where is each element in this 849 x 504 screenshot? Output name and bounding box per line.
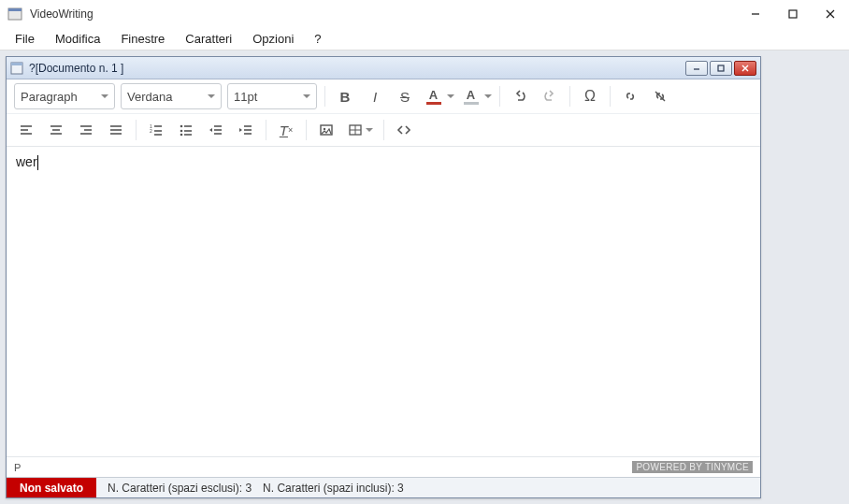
separator bbox=[306, 120, 307, 140]
bg-color-button[interactable]: A bbox=[460, 84, 492, 108]
window-maximize-button[interactable] bbox=[774, 2, 812, 26]
app-icon bbox=[7, 7, 22, 22]
chevron-down-icon bbox=[303, 94, 310, 98]
align-justify-button[interactable] bbox=[104, 118, 128, 142]
menu-file[interactable]: File bbox=[6, 30, 44, 48]
editor-area[interactable]: wer bbox=[7, 147, 760, 456]
mdi-maximize-button[interactable] bbox=[710, 61, 732, 76]
block-format-select[interactable]: Paragraph bbox=[14, 83, 115, 109]
align-right-button[interactable] bbox=[74, 118, 98, 142]
special-char-button[interactable]: Ω bbox=[578, 84, 602, 108]
menu-help[interactable]: ? bbox=[305, 30, 330, 48]
separator bbox=[136, 120, 137, 140]
indent-button[interactable] bbox=[234, 118, 258, 142]
separator bbox=[610, 86, 611, 107]
svg-rect-1 bbox=[8, 8, 22, 11]
align-center-button[interactable] bbox=[44, 118, 68, 142]
menu-caratteri[interactable]: Caratteri bbox=[176, 30, 241, 48]
mdi-close-button[interactable] bbox=[734, 61, 756, 76]
font-size-select[interactable]: 11pt bbox=[227, 83, 317, 109]
font-family-select[interactable]: Verdana bbox=[121, 83, 222, 109]
separator bbox=[499, 86, 500, 107]
italic-button[interactable]: I bbox=[363, 84, 387, 108]
menu-modifica[interactable]: Modifica bbox=[46, 30, 109, 48]
font-size-label: 11pt bbox=[234, 90, 257, 104]
undo-button[interactable] bbox=[508, 84, 532, 108]
char-count-incl: N. Caratteri (spazi inclusi): 3 bbox=[263, 482, 404, 495]
redo-button[interactable] bbox=[538, 84, 562, 108]
chevron-down-icon bbox=[484, 94, 492, 98]
unlink-button[interactable] bbox=[648, 84, 672, 108]
window-minimize-button[interactable] bbox=[737, 2, 774, 26]
bg-color-swatch bbox=[464, 102, 479, 105]
menu-finestre[interactable]: Finestre bbox=[111, 30, 174, 48]
separator bbox=[324, 86, 325, 107]
svg-point-32 bbox=[180, 134, 183, 137]
source-code-button[interactable] bbox=[392, 118, 416, 142]
svg-text:2: 2 bbox=[150, 128, 152, 134]
text-color-swatch bbox=[426, 102, 441, 105]
document-icon bbox=[10, 62, 23, 75]
svg-rect-7 bbox=[11, 63, 22, 65]
image-button[interactable] bbox=[314, 118, 338, 142]
svg-point-31 bbox=[180, 130, 183, 133]
document-title: ?[Documento n. 1 ] bbox=[29, 62, 684, 75]
bold-button[interactable]: B bbox=[333, 84, 357, 108]
char-count-excl: N. Caratteri (spazi esclusi): 3 bbox=[108, 482, 252, 495]
unordered-list-button[interactable] bbox=[174, 118, 198, 142]
window-close-button[interactable] bbox=[812, 2, 849, 26]
menubar: File Modifica Finestre Caratteri Opzioni… bbox=[0, 28, 849, 50]
clear-format-button[interactable]: T× bbox=[274, 118, 298, 142]
powered-by-label: POWERED BY TINYMCE bbox=[632, 461, 753, 473]
ordered-list-button[interactable]: 12 bbox=[144, 118, 168, 142]
document-window: ?[Documento n. 1 ] Paragraph Verdana 11p… bbox=[6, 56, 761, 498]
svg-rect-3 bbox=[789, 10, 797, 18]
strikethrough-button[interactable]: S bbox=[393, 84, 417, 108]
mdi-minimize-button[interactable] bbox=[685, 61, 708, 76]
chevron-down-icon bbox=[366, 128, 373, 132]
svg-rect-9 bbox=[718, 65, 724, 71]
separator bbox=[266, 120, 266, 140]
table-button[interactable] bbox=[344, 118, 376, 142]
link-button[interactable] bbox=[618, 84, 642, 108]
app-title: VideoWriting bbox=[30, 7, 94, 21]
chevron-down-icon bbox=[447, 94, 454, 98]
menu-opzioni[interactable]: Opzioni bbox=[243, 30, 303, 48]
svg-point-30 bbox=[180, 125, 183, 128]
svg-point-43 bbox=[324, 128, 325, 130]
text-cursor bbox=[37, 155, 38, 170]
separator bbox=[569, 86, 570, 107]
editor-content: wer bbox=[16, 154, 37, 169]
save-state-badge: Non salvato bbox=[7, 478, 96, 497]
align-left-button[interactable] bbox=[14, 118, 38, 142]
chevron-down-icon bbox=[101, 94, 108, 98]
font-family-label: Verdana bbox=[127, 90, 172, 104]
text-color-button[interactable]: A bbox=[423, 84, 454, 108]
separator bbox=[383, 120, 384, 140]
element-path[interactable]: P bbox=[14, 462, 21, 473]
block-format-label: Paragraph bbox=[21, 90, 78, 104]
outdent-button[interactable] bbox=[204, 118, 228, 142]
chevron-down-icon bbox=[208, 94, 215, 98]
